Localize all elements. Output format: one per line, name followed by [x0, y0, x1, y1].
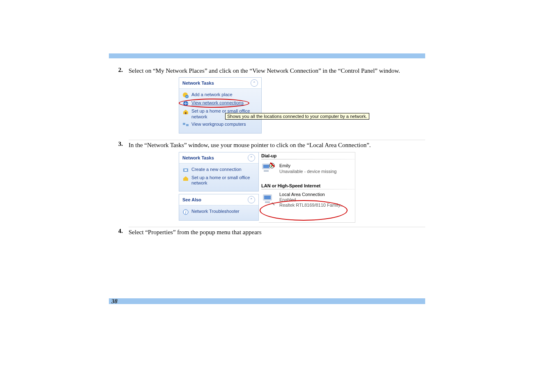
document-page: 2. Select on “My Network Places” and cli…: [109, 53, 425, 239]
connection-status: Unavailable - device missing: [279, 169, 336, 174]
task-label: Network Troubleshooter: [191, 209, 240, 214]
task-label: Add a network place: [191, 92, 233, 98]
workgroup-icon: [182, 122, 189, 128]
panel-header[interactable]: Network Tasks ⌃: [179, 78, 261, 89]
svg-rect-4: [185, 112, 187, 114]
panel-title: See Also: [182, 197, 201, 202]
network-tasks-panel: Network Tasks ⌃ + Add a network place: [179, 77, 262, 134]
task-view-network-connections[interactable]: View network connections: [182, 99, 258, 108]
step-3: 3. In the “Network Tasks” window, use yo…: [109, 140, 425, 149]
network-tasks-panel-2: Network Tasks ⌃ Create a new connection: [179, 152, 259, 192]
connection-status: Enabled: [279, 197, 344, 203]
task-list: + Add a network place View network conne…: [179, 89, 261, 133]
svg-text:+: +: [186, 95, 188, 99]
connections-pane: Dial-up Emily Unavailable - device missi…: [259, 152, 355, 223]
task-view-workgroup[interactable]: View workgroup computers: [182, 121, 258, 129]
category-dialup: Dial-up: [261, 152, 355, 159]
category-lan: LAN or High-Speed Internet: [261, 182, 355, 189]
svg-rect-12: [263, 165, 269, 168]
step-4: 4. Select “Properties” from the popup me…: [109, 227, 425, 236]
connection-name: Local Area Connection: [279, 192, 344, 197]
task-setup-home-network[interactable]: Set up a home or small office network: [182, 174, 255, 187]
connection-info: Local Area Connection Enabled Realtek RT…: [279, 192, 344, 208]
panel-header[interactable]: Network Tasks ⌃: [179, 152, 258, 164]
home-network-icon: [182, 108, 189, 115]
tooltip: Shows you all the locations connected to…: [225, 113, 369, 120]
step-number: 3.: [109, 140, 129, 148]
see-also-panel: See Also ⌃ i Network Troubleshooter: [179, 194, 259, 221]
task-list: i Network Troubleshooter: [179, 205, 258, 220]
connection-info: Emily Unavailable - device missing: [279, 163, 336, 174]
home-network-icon: [182, 175, 189, 182]
step-text: In the “Network Tasks” window, use your …: [129, 140, 425, 149]
task-add-network-place[interactable]: + Add a network place: [182, 91, 258, 99]
svg-rect-17: [265, 201, 270, 203]
panel-title: Network Tasks: [182, 81, 214, 85]
connection-local-area[interactable]: Local Area Connection Enabled Realtek RT…: [261, 191, 355, 211]
page-number: 38: [111, 298, 117, 305]
divider: [261, 189, 355, 189]
task-label: View workgroup computers: [191, 122, 246, 127]
globe-plus-icon: +: [182, 92, 189, 99]
collapse-icon[interactable]: ⌃: [248, 154, 255, 161]
step-number: 2.: [109, 66, 129, 74]
lan-icon: [261, 193, 276, 207]
figure-2: Network Tasks ⌃ Create a new connection: [109, 152, 425, 223]
task-create-connection[interactable]: Create a new connection: [182, 166, 255, 174]
step-2: 2. Select on “My Network Places” and cli…: [109, 66, 425, 75]
info-icon: i: [182, 209, 189, 215]
new-connection-icon: [182, 167, 189, 173]
svg-rect-6: [186, 124, 189, 126]
task-label: Create a new connection: [191, 167, 242, 173]
task-troubleshooter[interactable]: i Network Troubleshooter: [182, 208, 255, 216]
task-list: Create a new connection Set up a home or…: [179, 164, 258, 191]
connection-device: Realtek RTL8169/8110 Family...: [279, 203, 344, 208]
step-number: 4.: [109, 227, 129, 235]
network-icon: [182, 100, 189, 107]
svg-rect-16: [264, 196, 271, 199]
svg-rect-8: [184, 169, 187, 171]
task-label: Set up a home or small office network: [191, 175, 255, 187]
dialup-icon: [261, 162, 276, 176]
panel-header[interactable]: See Also ⌃: [179, 194, 258, 205]
footer-bar: [109, 298, 425, 304]
task-label: View network connections: [191, 100, 244, 106]
divider: [261, 159, 355, 159]
connection-emily[interactable]: Emily Unavailable - device missing: [261, 161, 355, 178]
header-bar: [109, 53, 425, 58]
svg-rect-5: [183, 123, 185, 125]
figure-1: Network Tasks ⌃ + Add a network place: [109, 77, 425, 136]
collapse-icon[interactable]: ⌃: [248, 196, 255, 203]
step-text: Select on “My Network Places” and click …: [129, 66, 425, 75]
collapse-icon[interactable]: ⌃: [251, 79, 258, 87]
step-text: Select “Properties” from the popup menu …: [129, 227, 425, 236]
left-column: Network Tasks ⌃ Create a new connection: [179, 152, 259, 223]
connection-name: Emily: [279, 163, 336, 168]
svg-rect-13: [264, 170, 269, 172]
panel-title: Network Tasks: [182, 155, 214, 160]
